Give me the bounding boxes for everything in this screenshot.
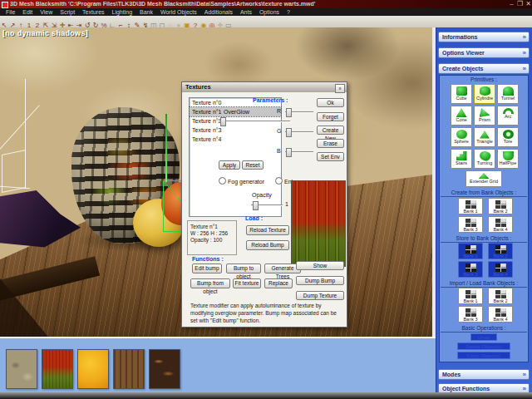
- store-bank-3[interactable]: Bank 3: [458, 261, 483, 278]
- create-new-button[interactable]: Create New: [317, 126, 344, 135]
- create-bank-4[interactable]: Bank 4: [488, 216, 513, 233]
- menu-additionals[interactable]: Additionals: [204, 9, 233, 15]
- undo-button[interactable]: Undo: [470, 333, 497, 341]
- functions-label: Functions :: [192, 256, 224, 262]
- create-bank-3[interactable]: Bank 3: [458, 216, 483, 233]
- panel-header-modes[interactable]: Modes »: [438, 369, 530, 380]
- primitives-label: Primitives :: [441, 76, 527, 83]
- prism-icon: [480, 108, 490, 117]
- menu-help[interactable]: ?: [287, 9, 290, 15]
- delete-objects-button[interactable]: Delete Object(s): [457, 342, 510, 350]
- set-env-button[interactable]: Set Env: [317, 152, 344, 161]
- primitive-sphere[interactable]: Sphere: [451, 127, 472, 147]
- show-button[interactable]: Show: [296, 261, 344, 270]
- primitive-label: Sphere: [451, 139, 471, 144]
- menu-file[interactable]: File: [6, 9, 15, 15]
- chevron-icon: »: [523, 48, 526, 58]
- r-slider-handle[interactable]: [286, 108, 292, 117]
- primitive-tunnel[interactable]: Tunnel: [497, 84, 519, 104]
- wireframe-line: [0, 105, 40, 151]
- erase-button[interactable]: Erase: [317, 139, 344, 148]
- panel-header-options-viewer[interactable]: Options Viewer »: [438, 47, 530, 58]
- dump-texture-button[interactable]: Dump Texture: [296, 291, 344, 300]
- bank-label: Bank 2: [489, 209, 512, 214]
- shadow-mode-overlay: [no dynamic shadows]: [2, 29, 88, 37]
- overglow-slider[interactable]: [219, 121, 290, 122]
- create-bank-1[interactable]: Bank 1: [458, 198, 483, 214]
- texture-thumbnail-3[interactable]: [113, 349, 145, 389]
- menu-lighting[interactable]: Lighting: [112, 9, 133, 15]
- g-slider-handle[interactable]: [286, 128, 292, 137]
- reload-texture-button[interactable]: Reload Texture: [246, 225, 289, 235]
- create-bank-2[interactable]: Bank 2: [488, 198, 513, 214]
- bank-label: Bank 4: [489, 227, 512, 232]
- menu-options[interactable]: Options: [259, 9, 279, 15]
- menu-ants[interactable]: Ants: [240, 9, 252, 15]
- texture-thumbnail-4[interactable]: [149, 349, 180, 389]
- b-slider-handle[interactable]: [286, 148, 292, 157]
- texture-preview: [291, 180, 346, 267]
- bump-to-object-button[interactable]: Bump to object: [226, 264, 261, 273]
- dialog-close-button[interactable]: x: [335, 84, 345, 93]
- panel-header-informations[interactable]: Informations »: [438, 32, 530, 42]
- bump-from-object-button[interactable]: Bump from object: [190, 278, 230, 288]
- store-bank-2[interactable]: Bank 2: [488, 243, 513, 259]
- opacity-slider-handle[interactable]: [253, 201, 259, 210]
- primitive-triangle[interactable]: Triangle: [474, 127, 495, 147]
- primitive-halfpipe[interactable]: HalfPipe: [497, 149, 519, 169]
- import-bank-1[interactable]: Bank 1: [458, 288, 483, 304]
- menu-textures[interactable]: Textures: [82, 9, 104, 15]
- ok-button[interactable]: Ok: [317, 98, 344, 107]
- primitive-label: Stairs: [451, 160, 471, 165]
- primitive-label: Extender Grid: [466, 179, 501, 184]
- basic-operations-label: Basic Operations :: [441, 325, 527, 332]
- primitive-cube[interactable]: Cube: [451, 84, 472, 104]
- radio-icon: [219, 177, 226, 185]
- panel-header-create-objects[interactable]: Create Objects »: [438, 63, 530, 74]
- texture-list[interactable]: Texture n°0 Texture n°1 Texture n°2 Text…: [189, 97, 282, 217]
- dialog-title: Textures: [185, 83, 211, 91]
- menu-view[interactable]: View: [40, 9, 52, 15]
- close-button[interactable]: ✕: [525, 0, 532, 7]
- apply-button[interactable]: Apply: [219, 160, 240, 170]
- fit-texture-button[interactable]: Fit texture: [233, 278, 261, 288]
- copy-objects-button[interactable]: Copy Object(s): [457, 352, 510, 359]
- bank-icon: [495, 290, 506, 298]
- store-bank-1[interactable]: Bank 1: [458, 243, 483, 259]
- primitive-prism[interactable]: Prism: [474, 106, 495, 126]
- fog-generator-radio[interactable]: Fog generator: [219, 177, 264, 185]
- store-bank-4[interactable]: Bank 4: [488, 261, 513, 278]
- primitive-cone[interactable]: Cone: [451, 106, 472, 126]
- menu-bank[interactable]: Bank: [140, 9, 153, 15]
- dump-bump-button[interactable]: Dump Bump: [296, 276, 344, 285]
- texture-thumbnail-2[interactable]: [77, 349, 109, 389]
- primitive-arc[interactable]: Arc: [497, 106, 519, 126]
- dialog-title-bar[interactable]: Textures: [182, 82, 347, 92]
- menu-edit[interactable]: Edit: [22, 9, 32, 15]
- primitive-stairs[interactable]: Stairs: [451, 149, 472, 169]
- import-bank-2[interactable]: Bank 2: [488, 288, 513, 304]
- primitive-tore[interactable]: Tore: [497, 127, 519, 147]
- texture-thumbnail-1[interactable]: [42, 349, 73, 389]
- list-item[interactable]: Texture n°3: [190, 126, 281, 135]
- primitive-turning[interactable]: Turning: [474, 149, 495, 169]
- minimize-button[interactable]: –: [508, 0, 515, 7]
- reset-button[interactable]: Reset: [242, 160, 264, 170]
- bank-label: Bank 3: [459, 272, 482, 277]
- replace-button[interactable]: Replace: [264, 278, 293, 288]
- edit-bump-button[interactable]: Edit bump: [192, 264, 222, 273]
- bank-label: Bank 1: [459, 254, 482, 259]
- primitive-cylindre[interactable]: Cylindre: [474, 84, 495, 104]
- menu-script[interactable]: Script: [60, 9, 75, 15]
- reload-bump-button[interactable]: Reload Bump: [246, 240, 289, 250]
- restore-button[interactable]: ❐: [516, 0, 524, 7]
- overglow-slider-handle[interactable]: [220, 117, 226, 126]
- list-item[interactable]: Texture n°4: [190, 135, 281, 144]
- extender-grid-button[interactable]: Extender Grid: [466, 170, 502, 187]
- menu-world-objects[interactable]: World Objects: [160, 9, 197, 15]
- import-bank-3[interactable]: Bank 3: [458, 306, 483, 323]
- forget-button[interactable]: Forget: [317, 112, 344, 121]
- import-bank-4[interactable]: Bank 4: [488, 306, 513, 323]
- primitive-label: Cone: [451, 117, 471, 122]
- texture-thumbnail-0[interactable]: [6, 349, 37, 389]
